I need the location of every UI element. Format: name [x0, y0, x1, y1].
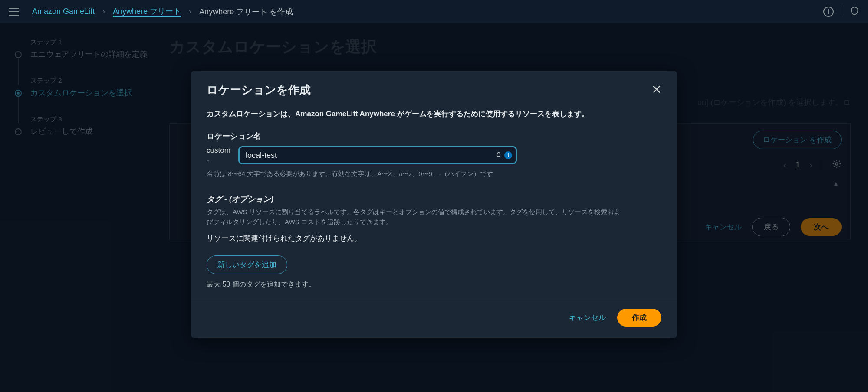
- modal-subtitle: カスタムロケーションは、Amazon GameLift Anywhere がゲー…: [207, 109, 661, 119]
- location-name-label: ロケーション名: [207, 131, 661, 141]
- shield-icon[interactable]: [850, 6, 859, 17]
- menu-icon[interactable]: [9, 8, 19, 16]
- svg-rect-1: [497, 154, 500, 157]
- create-location-modal: ロケーションを作成 カスタムロケーションは、Amazon GameLift An…: [191, 71, 677, 338]
- modal-create-button[interactable]: 作成: [617, 309, 661, 327]
- lock-icon: [496, 151, 502, 159]
- add-tag-button[interactable]: 新しいタグを追加: [207, 255, 287, 274]
- topbar: Amazon GameLift › Anywhere フリート › Anywhe…: [0, 0, 868, 23]
- modal-cancel-link[interactable]: キャンセル: [569, 313, 606, 323]
- breadcrumb: Amazon GameLift › Anywhere フリート › Anywhe…: [32, 6, 293, 17]
- close-icon[interactable]: [652, 85, 661, 96]
- tags-section-desc: タグは、AWS リソースに割り当てるラベルです。各タグはキーとオプションの値で構…: [207, 207, 623, 227]
- divider: [842, 7, 842, 17]
- location-name-input[interactable]: [239, 147, 516, 164]
- max-tags-hint: 最大 50 個のタグを追加できます。: [207, 280, 661, 289]
- name-hint: 名前は 8〜64 文字である必要があります。有効な文字は、A〜Z、a〜z、0〜9…: [207, 170, 661, 178]
- modal-overlay: ロケーションを作成 カスタムロケーションは、Amazon GameLift An…: [0, 23, 868, 392]
- no-tags-message: リソースに関連付けられたタグがありません。: [207, 233, 661, 243]
- name-prefix: custom -: [207, 146, 239, 165]
- breadcrumb-current: Anywhere フリート を作成: [199, 7, 293, 17]
- breadcrumb-root[interactable]: Amazon GameLift: [32, 7, 95, 16]
- chevron-right-icon: ›: [189, 7, 191, 16]
- breadcrumb-mid[interactable]: Anywhere フリート: [113, 6, 181, 17]
- modal-title: ロケーションを作成: [207, 82, 311, 98]
- info-icon[interactable]: i: [823, 7, 834, 17]
- info-badge-icon[interactable]: i: [504, 151, 512, 159]
- tags-section-title: タグ - (オプション): [207, 194, 661, 204]
- chevron-right-icon: ›: [102, 7, 105, 16]
